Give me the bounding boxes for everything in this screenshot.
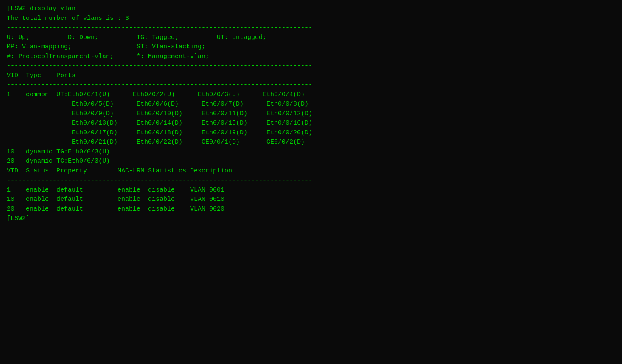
terminal-line: #: ProtocolTransparent-vlan; *: Manageme… <box>7 52 615 62</box>
terminal-line: 10 dynamic TG:Eth0/0/3(U) <box>7 147 615 157</box>
terminal-line: VID Status Property MAC-LRN Statistics D… <box>7 167 615 176</box>
terminal-line: 1 enable default enable disable VLAN 000… <box>7 186 615 195</box>
terminal-line: Eth0/0/5(D) Eth0/0/6(D) Eth0/0/7(D) Eth0… <box>7 100 615 109</box>
terminal-line: ----------------------------------------… <box>7 176 615 186</box>
terminal-line: Eth0/0/9(D) Eth0/0/10(D) Eth0/0/11(D) Et… <box>7 109 615 119</box>
terminal-line: [LSW2] <box>7 214 615 224</box>
terminal-line: U: Up; D: Down; TG: Tagged; UT: Untagged… <box>7 33 615 43</box>
terminal-line: MP: Vlan-mapping; ST: Vlan-stacking; <box>7 42 615 52</box>
terminal-line: ----------------------------------------… <box>7 23 615 33</box>
terminal-line: ----------------------------------------… <box>7 61 615 71</box>
terminal-line: VID Type Ports <box>7 71 615 81</box>
terminal-line: ----------------------------------------… <box>7 81 615 90</box>
terminal-line: Eth0/0/17(D) Eth0/0/18(D) Eth0/0/19(D) E… <box>7 128 615 138</box>
terminal-line: The total number of vlans is : 3 <box>7 14 615 24</box>
terminal-line: Eth0/0/13(D) Eth0/0/14(D) Eth0/0/15(D) E… <box>7 119 615 128</box>
terminal-line: 10 enable default enable disable VLAN 00… <box>7 195 615 205</box>
terminal-line: 1 common UT:Eth0/0/1(U) Eth0/0/2(U) Eth0… <box>7 90 615 100</box>
terminal-line: 20 enable default enable disable VLAN 00… <box>7 205 615 214</box>
terminal-line: 20 dynamic TG:Eth0/0/3(U) <box>7 157 615 167</box>
terminal-container: [LSW2]display vlanThe total number of vl… <box>7 4 615 224</box>
terminal-line: [LSW2]display vlan <box>7 4 615 14</box>
terminal-line: Eth0/0/21(D) Eth0/0/22(D) GE0/0/1(D) GE0… <box>7 138 615 147</box>
